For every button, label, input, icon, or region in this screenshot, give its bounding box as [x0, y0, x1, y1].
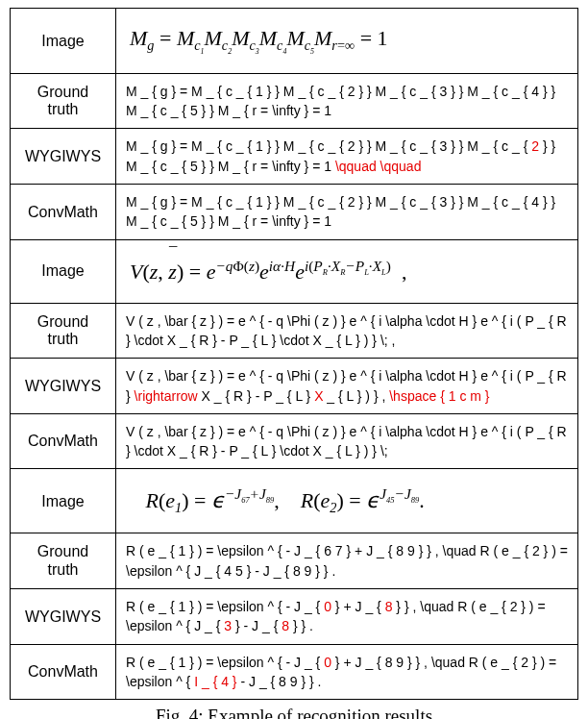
cell-cm-1: M _ { g } = M _ { c _ { 1 } } M _ { c _ … — [116, 185, 578, 240]
cell-cm-3: R ( e _ { 1 } ) = \epsilon ^ { - J _ { 0… — [116, 644, 578, 700]
formula-image-3: R(e1) = ϵ−J67+J89, R(e2) = ϵJ45−J89. — [116, 469, 578, 533]
row-label-cm: ConvMath — [11, 185, 116, 240]
row-label-gt: Groundtruth — [11, 303, 116, 359]
cell-wy-1: M _ { g } = M _ { c _ { 1 } } M _ { c _ … — [116, 129, 578, 185]
cell-gt-3: R ( e _ { 1 } ) = \epsilon ^ { - J _ { 6… — [116, 533, 578, 589]
row-label-wy: WYGIWYS — [11, 359, 116, 414]
row-label-image: Image — [11, 239, 116, 303]
row-label-cm: ConvMath — [11, 413, 116, 469]
row-label-wy: WYGIWYS — [11, 129, 116, 185]
row-label-gt: Groundtruth — [11, 533, 116, 589]
cell-gt-2: V ( z , \bar { z } ) = e ^ { - q \Phi ( … — [116, 303, 578, 359]
row-label-image: Image — [11, 469, 116, 533]
row-label-image: Image — [11, 9, 116, 74]
cell-cm-2: V ( z , \bar { z } ) = e ^ { - q \Phi ( … — [116, 413, 578, 469]
cell-gt-1: M _ { g } = M _ { c _ { 1 } } M _ { c _ … — [116, 73, 578, 129]
cell-wy-2: V ( z , \bar { z } ) = e ^ { - q \Phi ( … — [116, 359, 578, 414]
results-table: Image Mg = Mc1Mc2Mc3Mc4Mc5Mr=∞ = 1 Groun… — [10, 8, 578, 700]
figure-caption: Fig. 4: Example of recognition results — [10, 706, 578, 719]
formula-image-1: Mg = Mc1Mc2Mc3Mc4Mc5Mr=∞ = 1 — [116, 9, 578, 74]
row-label-cm: ConvMath — [11, 644, 116, 700]
row-label-gt: Groundtruth — [11, 73, 116, 129]
row-label-wy: WYGIWYS — [11, 589, 116, 645]
cell-wy-3: R ( e _ { 1 } ) = \epsilon ^ { - J _ { 0… — [116, 589, 578, 645]
formula-image-2: V(z, ‾z) = e−qΦ(z)eiα·Hei(PR·XR−PL·XL) , — [116, 239, 578, 303]
